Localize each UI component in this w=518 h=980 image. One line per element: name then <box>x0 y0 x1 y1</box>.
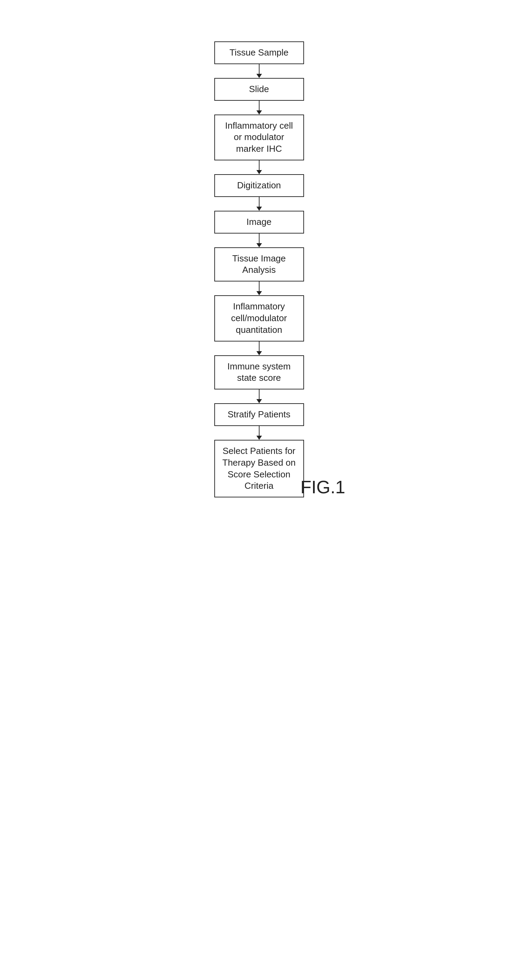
arrow-head <box>257 243 262 247</box>
arrow-head <box>257 436 262 440</box>
arrow-line <box>259 282 260 291</box>
arrow-1 <box>257 64 262 78</box>
box-quantitation: Inflammatory cell/modulator quantitation <box>214 295 304 341</box>
box-tissue-sample: Tissue Sample <box>214 41 304 64</box>
box-tissue-image-analysis: Tissue Image Analysis <box>214 247 304 282</box>
box-select-patients: Select Patients for Therapy Based on Sco… <box>214 440 304 497</box>
fig-label-wrapper: FIG.1 <box>300 477 345 497</box>
page: Tissue Sample Slide Inflammatory cell or… <box>0 21 518 980</box>
arrow-line <box>259 161 260 170</box>
arrow-4 <box>257 197 262 211</box>
arrow-head <box>257 207 262 211</box>
arrow-6 <box>257 282 262 295</box>
arrow-head <box>257 291 262 295</box>
arrow-head <box>257 399 262 403</box>
box-image: Image <box>214 211 304 234</box>
arrow-line <box>259 426 260 436</box>
box-immune-score: Immune system state score <box>214 355 304 390</box>
fig-label: FIG.1 <box>300 477 345 497</box>
box-stratify: Stratify Patients <box>214 403 304 426</box>
arrow-9 <box>257 426 262 440</box>
box-digitization: Digitization <box>214 174 304 197</box>
arrow-line <box>259 197 260 207</box>
arrow-head <box>257 351 262 355</box>
arrow-line <box>259 234 260 243</box>
arrow-3 <box>257 161 262 174</box>
box-slide: Slide <box>214 78 304 101</box>
arrow-line <box>259 390 260 399</box>
arrow-2 <box>257 101 262 115</box>
arrow-head <box>257 74 262 78</box>
diagram-wrapper: Tissue Sample Slide Inflammatory cell or… <box>156 41 363 497</box>
arrow-head <box>257 110 262 115</box>
arrow-line <box>259 342 260 351</box>
arrow-7 <box>257 342 262 355</box>
arrow-line <box>259 101 260 110</box>
arrow-8 <box>257 390 262 403</box>
arrow-5 <box>257 234 262 247</box>
flowchart: Tissue Sample Slide Inflammatory cell or… <box>156 41 363 497</box>
last-box-row: Select Patients for Therapy Based on Sco… <box>214 440 304 497</box>
arrow-head <box>257 170 262 174</box>
box-ihc: Inflammatory cell or modulator marker IH… <box>214 115 304 161</box>
arrow-line <box>259 64 260 74</box>
